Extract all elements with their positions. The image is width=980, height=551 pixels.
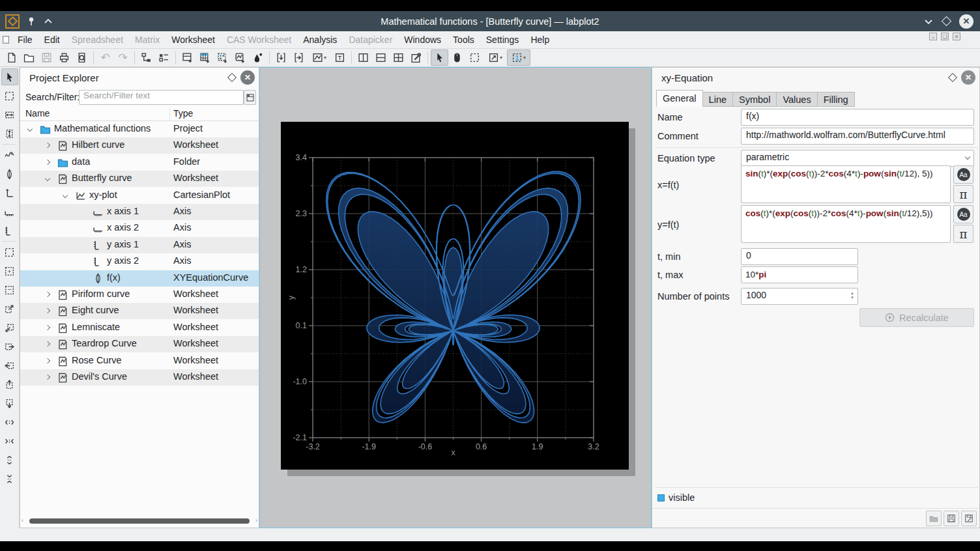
scrollbar-thumb[interactable] [29,518,250,524]
new-matrix-button[interactable] [214,49,231,66]
tree-row-butterfly-curve[interactable]: Butterfly curveWorksheet [20,171,259,187]
tmin-input[interactable]: 0 [741,248,858,265]
tree-row-piriform-curve[interactable]: Piriform curveWorksheet [20,287,259,303]
new-workbook-button[interactable] [179,49,196,66]
new-spreadsheet-button[interactable] [196,49,214,66]
dock-add-equation-curve-button[interactable] [1,165,18,182]
tree-row-eight-curve[interactable]: Eight curveWorksheet [20,303,259,319]
tree-row-data[interactable]: dataFolder [20,154,259,171]
name-input[interactable]: f(x) [741,109,974,126]
visible-checkbox-row[interactable]: visible [657,492,695,503]
maximize-icon[interactable] [942,16,952,27]
search-input[interactable]: Search/Filter text [79,90,244,105]
expander-right-icon[interactable] [45,160,50,165]
tree-row-f-x-[interactable]: f(x)XYEquationCurve [20,270,259,287]
float-panel-icon[interactable] [948,73,957,82]
y-equation-input[interactable]: cos(t)*(exp(cos(t))-2*cos(4*t)-pow(sin(t… [741,205,951,243]
menu-analysis[interactable]: Analysis [297,31,343,48]
print-preview-button[interactable] [73,49,91,66]
grid-layout-button[interactable] [390,49,407,66]
column-type[interactable]: Type [173,108,193,119]
worksheet-view[interactable]: 3.4-3.22.3-1.91.2-0.60.10.6-1.01.9-2.13.… [259,67,652,528]
equation-type-combobox[interactable]: parametric [741,150,974,167]
print-button[interactable] [55,49,73,66]
menu-file[interactable]: File [12,31,38,48]
dock-auto-scale-button[interactable] [1,244,18,261]
tree-row-y-axis-1[interactable]: y axis 1Axis [20,237,259,253]
minimize-icon[interactable] [923,18,934,25]
y-constants-button[interactable]: Aa [953,205,973,223]
new-worksheet-button[interactable] [231,49,249,66]
points-spinbox[interactable]: 1000 ▲▼ [741,288,858,305]
dock-zoom-out-x-button[interactable] [1,432,18,449]
text-label-button[interactable]: T [331,49,349,66]
expander-right-icon[interactable] [45,292,50,297]
pin-icon[interactable] [26,16,36,27]
tree-row-y-axis-2[interactable]: y axis 2Axis [20,253,259,270]
expander-down-icon[interactable] [63,192,68,197]
load-template-button[interactable] [926,511,942,526]
x-constants-button[interactable]: Aa [953,165,973,184]
navigate-mode-button[interactable] [448,49,466,66]
scroll-left-icon[interactable]: ‹ [22,517,23,524]
menu-settings[interactable]: Settings [480,31,525,48]
expander-right-icon[interactable] [45,374,50,380]
tab-symbol[interactable]: Symbol [733,92,777,107]
dock-add-curve-button[interactable] [1,147,18,163]
visible-checkbox[interactable] [657,494,665,502]
menu-datapicker[interactable]: Datapicker [343,31,398,48]
close-icon[interactable]: ✕ [959,14,973,29]
tree-row-rose-curve[interactable]: Rose CurveWorksheet [20,353,259,369]
dock-zoom-in-x-button[interactable] [1,414,18,431]
horizontal-scrollbar[interactable]: ‹ › [22,517,257,525]
magnification-button[interactable]: 1▾ [507,49,530,66]
expander-right-icon[interactable] [45,143,50,148]
comment-input[interactable]: http://mathworld.wolfram.com/ButterflyCu… [741,128,974,145]
menu-help[interactable]: Help [525,31,555,48]
tree-row-teardrop-curve[interactable]: Teardrop CurveWorksheet [20,336,259,352]
toggle-properties-explorer-button[interactable] [155,49,173,66]
spin-arrows-icon[interactable]: ▲▼ [850,291,854,300]
expander-right-icon[interactable] [45,325,50,330]
save-template-as-button[interactable] [961,511,977,526]
tree-row-hilbert-curve[interactable]: Hilbert curveWorksheet [20,137,259,154]
tree-row-devil-s-curve[interactable]: Devil's CurveWorksheet [20,369,259,386]
dock-auto-scale-y-button[interactable]: − [1,281,18,298]
zoom-mode-button[interactable]: ▾ [483,49,507,66]
tree-row-x-axis-1[interactable]: x axis 1Axis [20,204,259,220]
dock-select-x-region-button[interactable] [1,106,18,123]
open-project-button[interactable] [20,49,38,66]
float-panel-icon[interactable] [227,73,237,82]
undo-button[interactable]: ↶ [96,49,114,66]
tab-filling[interactable]: Filling [818,92,855,107]
dock-shift-up-y-button[interactable] [1,376,18,393]
vertical-layout-button[interactable] [354,49,372,66]
dock-add-x-axis-button[interactable] [1,203,18,220]
menu-worksheet[interactable]: Worksheet [166,31,221,48]
edit-layout-button[interactable] [407,49,425,66]
tab-general[interactable]: General [656,90,703,107]
dock-select-cursor-button[interactable] [1,68,18,85]
x-equation-input[interactable]: sin(t)*(exp(cos(t))-2*cos(4*t)-pow(sin(t… [741,165,951,203]
scroll-right-icon[interactable]: › [255,517,257,524]
dock-shift-left-x-button[interactable] [1,357,18,374]
dock-zoom-fit-button[interactable] [1,319,18,336]
close-panel-icon[interactable]: ✕ [961,70,975,85]
mdi-restore-icon[interactable]: ❏ [941,33,949,40]
tab-line[interactable]: Line [703,92,733,107]
close-panel-icon[interactable]: ✕ [240,70,255,85]
expander-right-icon[interactable] [45,358,50,363]
menu-windows[interactable]: Windows [398,31,447,48]
dock-add-y-axis-button[interactable] [1,222,18,239]
dock-zoom-in-y-button[interactable] [1,451,18,468]
menu-matrix[interactable]: Matrix [129,31,166,48]
shade-up-icon[interactable] [43,18,53,25]
dock-zoom-select-button[interactable] [1,87,18,104]
expander-right-icon[interactable] [45,308,50,313]
select-mode-button[interactable] [431,49,448,66]
x-functions-button[interactable]: π [953,185,973,203]
dock-shift-right-x-button[interactable] [1,338,18,355]
tab-values[interactable]: Values [777,92,817,107]
dock-select-y-region-button[interactable] [1,125,18,142]
save-project-button[interactable] [38,49,55,66]
